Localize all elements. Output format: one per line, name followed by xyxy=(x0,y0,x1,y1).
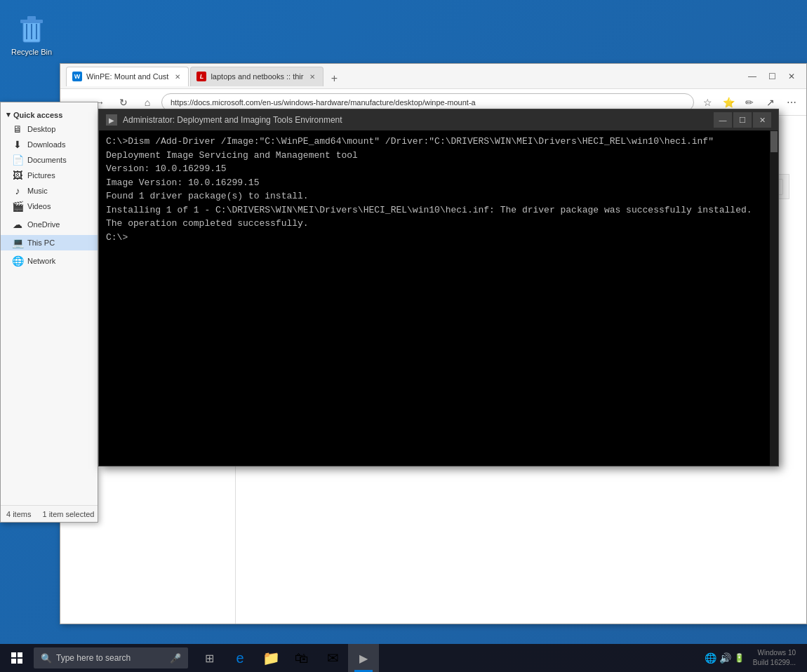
mail-icon: ✉ xyxy=(327,650,339,666)
cmd-line: Image Version: 10.0.16299.15 xyxy=(106,176,763,190)
tab-close-winpe[interactable]: ✕ xyxy=(173,72,182,81)
this-pc-icon: 💻 xyxy=(12,237,23,248)
sidebar-item-videos[interactable]: 🎬 Videos xyxy=(1,199,98,214)
cmd-line: Found 1 driver package(s) to install. xyxy=(106,189,763,203)
cmd-minimize-button[interactable]: — xyxy=(714,112,732,128)
browser-tabs: W WinPE: Mount and Cust ✕ L laptops and … xyxy=(66,67,740,86)
browser-close-button[interactable]: ✕ xyxy=(782,67,801,86)
quick-access-section: ▾ Quick access 🖥 Desktop ⬇ Downloads 📄 D… xyxy=(1,108,98,214)
taskbar-search-bar[interactable]: 🔍 Type here to search 🎤 xyxy=(34,647,188,668)
edge-icon: e xyxy=(236,650,244,666)
search-placeholder: Type here to search xyxy=(56,653,131,663)
sidebar-item-music[interactable]: ♪ Music xyxy=(1,183,98,199)
task-view-icon: ⊞ xyxy=(205,652,214,665)
cmd-scroll-thumb[interactable] xyxy=(771,131,778,152)
desktop-icon: 🖥 xyxy=(12,123,23,135)
sidebar-item-this-pc[interactable]: 💻 This PC xyxy=(1,235,98,250)
cmd-scrollbar[interactable] xyxy=(770,130,778,466)
browser-ctrl-buttons: — ☐ ✕ xyxy=(743,67,801,86)
recycle-bin-label: Recycle Bin xyxy=(11,48,52,56)
sidebar-item-pictures[interactable]: 🖼 Pictures xyxy=(1,168,98,183)
network-icon: 🌐 xyxy=(12,255,23,267)
downloads-label: Downloads xyxy=(27,140,65,149)
onedrive-label: OneDrive xyxy=(27,220,60,229)
tab-icon-laptops: L xyxy=(196,72,206,81)
start-button[interactable] xyxy=(0,644,34,672)
taskbar-system-tray: 🌐 🔊 🔋 Windows 10 Build 16299... xyxy=(699,648,807,668)
this-pc-label: This PC xyxy=(27,238,55,247)
browser-menu-button[interactable]: ⋯ xyxy=(782,93,801,112)
sidebar-item-documents[interactable]: 📄 Documents xyxy=(1,152,98,168)
cmd-ctrl-buttons: — ☐ ✕ xyxy=(714,112,771,128)
music-icon: ♪ xyxy=(12,185,23,196)
quick-access-label: Quick access xyxy=(13,111,62,119)
network-label: Network xyxy=(27,257,55,265)
file-explorer-window: ▾ Quick access 🖥 Desktop ⬇ Downloads 📄 D… xyxy=(0,102,98,523)
recycle-bin-graphic xyxy=(18,14,46,45)
microphone-icon: 🎤 xyxy=(170,653,181,664)
this-pc-section: 💻 This PC xyxy=(1,235,98,250)
taskbar-item-store[interactable]: 🛍 xyxy=(286,644,317,672)
cmd-maximize-button[interactable]: ☐ xyxy=(733,112,752,128)
cmd-title-text: Administrator: Deployment and Imaging To… xyxy=(123,115,708,125)
sidebar-item-desktop[interactable]: 🖥 Desktop xyxy=(1,121,98,137)
cmd-line: Deployment Image Servicing and Managemen… xyxy=(106,149,763,163)
svg-rect-2 xyxy=(27,16,36,20)
documents-label: Documents xyxy=(27,156,67,164)
selected-count: 1 item selected xyxy=(42,510,94,518)
network-tray-icon: 🌐 xyxy=(705,652,716,664)
browser-maximize-button[interactable]: ☐ xyxy=(763,67,781,86)
taskbar-item-edge[interactable]: e xyxy=(225,644,255,672)
terminal-icon: ▶ xyxy=(359,652,368,665)
items-count: 4 items xyxy=(6,510,31,518)
tab-close-laptops[interactable]: ✕ xyxy=(307,72,317,81)
build-text: Build 16299... xyxy=(753,658,796,668)
cmd-window: ▶ Administrator: Deployment and Imaging … xyxy=(98,109,779,466)
volume-icon: 🔊 xyxy=(719,652,731,664)
onedrive-icon: ☁ xyxy=(12,219,23,230)
cmd-title-icon: ▶ xyxy=(106,114,117,126)
file-explorer-icon: 📁 xyxy=(262,650,280,666)
cmd-close-button[interactable]: ✕ xyxy=(753,112,771,128)
sidebar-item-network[interactable]: 🌐 Network xyxy=(1,253,98,269)
videos-icon: 🎬 xyxy=(12,201,23,212)
taskbar-item-task-view[interactable]: ⊞ xyxy=(194,644,225,672)
taskbar-item-file-explorer[interactable]: 📁 xyxy=(255,644,286,672)
search-icon: 🔍 xyxy=(41,653,52,664)
sidebar-item-onedrive[interactable]: ☁ OneDrive xyxy=(1,217,98,232)
battery-icon: 🔋 xyxy=(734,653,745,663)
taskbar: 🔍 Type here to search 🎤 ⊞ e 📁 🛍 ✉ ▶ xyxy=(0,644,807,672)
cmd-line: Version: 10.0.16299.15 xyxy=(106,162,763,176)
browser-title-bar: W WinPE: Mount and Cust ✕ L laptops and … xyxy=(60,64,806,89)
videos-label: Videos xyxy=(27,202,51,210)
file-explorer-status-bar: 4 items 1 item selected 12.5 KB ⊞ ☰ xyxy=(1,505,98,522)
browser-minimize-button[interactable]: — xyxy=(743,67,761,86)
tab-icon-winpe: W xyxy=(72,72,82,81)
new-tab-button[interactable]: + xyxy=(325,71,343,86)
browser-tab-winpe[interactable]: W WinPE: Mount and Cust ✕ xyxy=(66,67,189,86)
taskbar-clock[interactable]: Windows 10 Build 16299... xyxy=(747,648,801,668)
taskbar-item-terminal[interactable]: ▶ xyxy=(348,644,379,672)
network-section: 🌐 Network xyxy=(1,253,98,269)
cmd-line: The operation completed successfully. xyxy=(106,217,763,231)
pictures-label: Pictures xyxy=(27,171,55,180)
onedrive-section: ☁ OneDrive xyxy=(1,217,98,232)
browser-tab-laptops[interactable]: L laptops and netbooks :: thir ✕ xyxy=(190,67,324,86)
system-tray-icons: 🌐 🔊 🔋 xyxy=(705,652,745,664)
quick-access-header[interactable]: ▾ Quick access xyxy=(1,108,98,121)
chevron-right-icon: ▾ xyxy=(6,110,11,119)
store-icon: 🛍 xyxy=(295,650,309,666)
music-label: Music xyxy=(27,187,48,195)
documents-icon: 📄 xyxy=(12,154,23,166)
file-explorer-sidebar: ▾ Quick access 🖥 Desktop ⬇ Downloads 📄 D… xyxy=(1,102,98,522)
windows-logo-icon xyxy=(11,652,22,664)
tab-label-winpe: WinPE: Mount and Cust xyxy=(86,72,168,81)
sidebar-item-downloads[interactable]: ⬇ Downloads xyxy=(1,137,98,152)
pictures-icon: 🖼 xyxy=(12,170,23,181)
recycle-bin-icon[interactable]: Recycle Bin xyxy=(7,14,56,56)
taskbar-item-mail[interactable]: ✉ xyxy=(317,644,348,672)
downloads-icon: ⬇ xyxy=(12,139,23,150)
tab-label-laptops: laptops and netbooks :: thir xyxy=(211,72,303,81)
taskbar-pinned-items: ⊞ e 📁 🛍 ✉ ▶ xyxy=(188,644,699,672)
cmd-line: C:\>Dism /Add-Driver /Image:"C:\WinPE_am… xyxy=(106,135,763,149)
